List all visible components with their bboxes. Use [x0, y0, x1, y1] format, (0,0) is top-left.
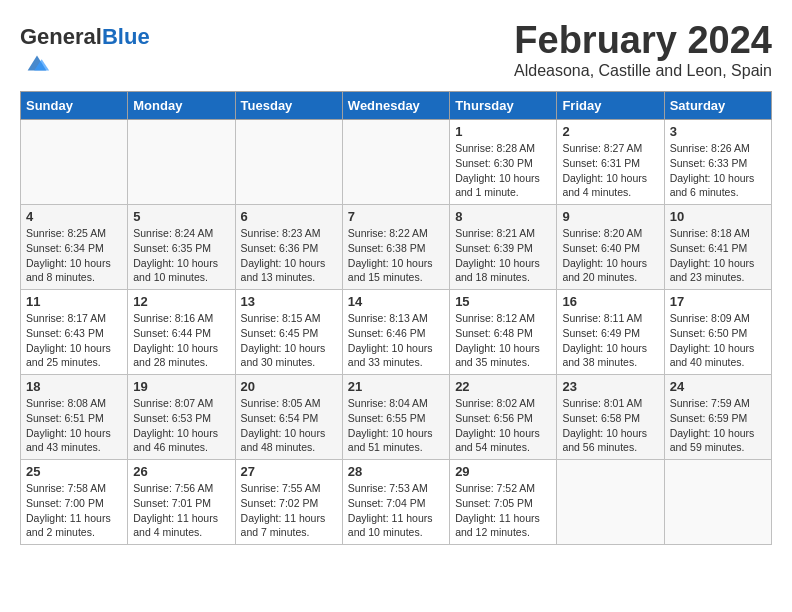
day-number: 28 [348, 464, 444, 479]
calendar-week-row: 18Sunrise: 8:08 AM Sunset: 6:51 PM Dayli… [21, 375, 772, 460]
day-number: 18 [26, 379, 122, 394]
calendar-cell: 25Sunrise: 7:58 AM Sunset: 7:00 PM Dayli… [21, 460, 128, 545]
calendar-cell: 17Sunrise: 8:09 AM Sunset: 6:50 PM Dayli… [664, 290, 771, 375]
cell-content: Sunrise: 8:23 AM Sunset: 6:36 PM Dayligh… [241, 226, 337, 285]
calendar-cell: 12Sunrise: 8:16 AM Sunset: 6:44 PM Dayli… [128, 290, 235, 375]
cell-content: Sunrise: 7:58 AM Sunset: 7:00 PM Dayligh… [26, 481, 122, 540]
day-number: 15 [455, 294, 551, 309]
calendar-cell: 8Sunrise: 8:21 AM Sunset: 6:39 PM Daylig… [450, 205, 557, 290]
cell-content: Sunrise: 7:52 AM Sunset: 7:05 PM Dayligh… [455, 481, 551, 540]
weekday-header-sunday: Sunday [21, 92, 128, 120]
calendar-week-row: 11Sunrise: 8:17 AM Sunset: 6:43 PM Dayli… [21, 290, 772, 375]
logo: GeneralBlue [20, 25, 150, 81]
calendar-cell: 23Sunrise: 8:01 AM Sunset: 6:58 PM Dayli… [557, 375, 664, 460]
cell-content: Sunrise: 8:24 AM Sunset: 6:35 PM Dayligh… [133, 226, 229, 285]
logo-general-text: General [20, 24, 102, 49]
cell-content: Sunrise: 7:59 AM Sunset: 6:59 PM Dayligh… [670, 396, 766, 455]
cell-content: Sunrise: 8:18 AM Sunset: 6:41 PM Dayligh… [670, 226, 766, 285]
day-number: 1 [455, 124, 551, 139]
weekday-header-saturday: Saturday [664, 92, 771, 120]
weekday-header-wednesday: Wednesday [342, 92, 449, 120]
calendar-cell: 26Sunrise: 7:56 AM Sunset: 7:01 PM Dayli… [128, 460, 235, 545]
day-number: 17 [670, 294, 766, 309]
day-number: 9 [562, 209, 658, 224]
weekday-header-thursday: Thursday [450, 92, 557, 120]
day-number: 2 [562, 124, 658, 139]
month-title: February 2024 [514, 20, 772, 62]
page-header: GeneralBlue February 2024 Aldeasona, Cas… [20, 20, 772, 81]
cell-content: Sunrise: 8:16 AM Sunset: 6:44 PM Dayligh… [133, 311, 229, 370]
cell-content: Sunrise: 7:53 AM Sunset: 7:04 PM Dayligh… [348, 481, 444, 540]
calendar-cell: 3Sunrise: 8:26 AM Sunset: 6:33 PM Daylig… [664, 120, 771, 205]
calendar-cell: 27Sunrise: 7:55 AM Sunset: 7:02 PM Dayli… [235, 460, 342, 545]
cell-content: Sunrise: 8:09 AM Sunset: 6:50 PM Dayligh… [670, 311, 766, 370]
calendar-cell: 14Sunrise: 8:13 AM Sunset: 6:46 PM Dayli… [342, 290, 449, 375]
calendar-cell: 13Sunrise: 8:15 AM Sunset: 6:45 PM Dayli… [235, 290, 342, 375]
day-number: 20 [241, 379, 337, 394]
weekday-header-tuesday: Tuesday [235, 92, 342, 120]
cell-content: Sunrise: 8:07 AM Sunset: 6:53 PM Dayligh… [133, 396, 229, 455]
logo-icon [23, 49, 51, 77]
calendar-cell: 16Sunrise: 8:11 AM Sunset: 6:49 PM Dayli… [557, 290, 664, 375]
day-number: 13 [241, 294, 337, 309]
calendar-cell: 29Sunrise: 7:52 AM Sunset: 7:05 PM Dayli… [450, 460, 557, 545]
calendar-cell: 2Sunrise: 8:27 AM Sunset: 6:31 PM Daylig… [557, 120, 664, 205]
weekday-header-row: SundayMondayTuesdayWednesdayThursdayFrid… [21, 92, 772, 120]
day-number: 12 [133, 294, 229, 309]
logo-blue-text: Blue [102, 24, 150, 49]
cell-content: Sunrise: 8:04 AM Sunset: 6:55 PM Dayligh… [348, 396, 444, 455]
calendar-cell: 24Sunrise: 7:59 AM Sunset: 6:59 PM Dayli… [664, 375, 771, 460]
calendar-cell: 10Sunrise: 8:18 AM Sunset: 6:41 PM Dayli… [664, 205, 771, 290]
day-number: 19 [133, 379, 229, 394]
calendar-week-row: 1Sunrise: 8:28 AM Sunset: 6:30 PM Daylig… [21, 120, 772, 205]
day-number: 29 [455, 464, 551, 479]
cell-content: Sunrise: 8:17 AM Sunset: 6:43 PM Dayligh… [26, 311, 122, 370]
calendar-cell: 15Sunrise: 8:12 AM Sunset: 6:48 PM Dayli… [450, 290, 557, 375]
cell-content: Sunrise: 8:15 AM Sunset: 6:45 PM Dayligh… [241, 311, 337, 370]
cell-content: Sunrise: 7:55 AM Sunset: 7:02 PM Dayligh… [241, 481, 337, 540]
cell-content: Sunrise: 8:01 AM Sunset: 6:58 PM Dayligh… [562, 396, 658, 455]
day-number: 8 [455, 209, 551, 224]
day-number: 21 [348, 379, 444, 394]
calendar-cell [128, 120, 235, 205]
location-title: Aldeasona, Castille and Leon, Spain [514, 62, 772, 80]
cell-content: Sunrise: 8:11 AM Sunset: 6:49 PM Dayligh… [562, 311, 658, 370]
calendar-cell [557, 460, 664, 545]
calendar-cell [342, 120, 449, 205]
day-number: 6 [241, 209, 337, 224]
calendar-cell: 4Sunrise: 8:25 AM Sunset: 6:34 PM Daylig… [21, 205, 128, 290]
title-block: February 2024 Aldeasona, Castille and Le… [514, 20, 772, 80]
cell-content: Sunrise: 8:08 AM Sunset: 6:51 PM Dayligh… [26, 396, 122, 455]
day-number: 10 [670, 209, 766, 224]
day-number: 5 [133, 209, 229, 224]
cell-content: Sunrise: 8:21 AM Sunset: 6:39 PM Dayligh… [455, 226, 551, 285]
cell-content: Sunrise: 8:02 AM Sunset: 6:56 PM Dayligh… [455, 396, 551, 455]
cell-content: Sunrise: 8:13 AM Sunset: 6:46 PM Dayligh… [348, 311, 444, 370]
calendar-cell: 28Sunrise: 7:53 AM Sunset: 7:04 PM Dayli… [342, 460, 449, 545]
cell-content: Sunrise: 8:28 AM Sunset: 6:30 PM Dayligh… [455, 141, 551, 200]
day-number: 27 [241, 464, 337, 479]
cell-content: Sunrise: 8:12 AM Sunset: 6:48 PM Dayligh… [455, 311, 551, 370]
day-number: 22 [455, 379, 551, 394]
weekday-header-monday: Monday [128, 92, 235, 120]
day-number: 14 [348, 294, 444, 309]
calendar-cell: 6Sunrise: 8:23 AM Sunset: 6:36 PM Daylig… [235, 205, 342, 290]
calendar-week-row: 4Sunrise: 8:25 AM Sunset: 6:34 PM Daylig… [21, 205, 772, 290]
calendar-cell: 21Sunrise: 8:04 AM Sunset: 6:55 PM Dayli… [342, 375, 449, 460]
day-number: 4 [26, 209, 122, 224]
calendar-cell [664, 460, 771, 545]
day-number: 26 [133, 464, 229, 479]
cell-content: Sunrise: 8:20 AM Sunset: 6:40 PM Dayligh… [562, 226, 658, 285]
cell-content: Sunrise: 7:56 AM Sunset: 7:01 PM Dayligh… [133, 481, 229, 540]
calendar-cell [21, 120, 128, 205]
calendar-cell: 19Sunrise: 8:07 AM Sunset: 6:53 PM Dayli… [128, 375, 235, 460]
calendar-cell: 22Sunrise: 8:02 AM Sunset: 6:56 PM Dayli… [450, 375, 557, 460]
cell-content: Sunrise: 8:26 AM Sunset: 6:33 PM Dayligh… [670, 141, 766, 200]
calendar-cell: 9Sunrise: 8:20 AM Sunset: 6:40 PM Daylig… [557, 205, 664, 290]
calendar-table: SundayMondayTuesdayWednesdayThursdayFrid… [20, 91, 772, 545]
day-number: 16 [562, 294, 658, 309]
day-number: 25 [26, 464, 122, 479]
calendar-week-row: 25Sunrise: 7:58 AM Sunset: 7:00 PM Dayli… [21, 460, 772, 545]
day-number: 11 [26, 294, 122, 309]
day-number: 7 [348, 209, 444, 224]
